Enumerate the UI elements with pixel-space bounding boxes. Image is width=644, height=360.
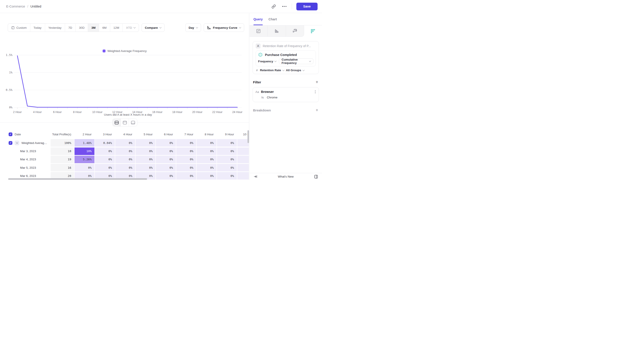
chevron-down-icon <box>309 60 311 62</box>
add-breakdown-button[interactable] <box>316 108 318 112</box>
range-6m[interactable]: 6M <box>99 24 110 32</box>
frequency-type-dropdown[interactable]: Cumulative Frequency <box>279 58 314 64</box>
collapse-panel-icon[interactable] <box>252 174 258 180</box>
range-12m[interactable]: 12M <box>110 24 123 32</box>
filter-card[interactable]: Aa Browser Is Chrome <box>252 87 319 102</box>
calendar-icon <box>11 26 14 30</box>
layout-toggle-group <box>112 118 137 126</box>
cell-value: 0% <box>136 164 156 172</box>
range-today[interactable]: Today <box>30 24 45 32</box>
event-hexagon-icon <box>258 52 263 57</box>
cell-value: 0% <box>115 156 135 163</box>
chart-type-flow[interactable] <box>286 26 304 37</box>
row-label: Weighted Average ... <box>0 139 51 146</box>
filter-operator[interactable]: Is <box>262 96 264 99</box>
event-name: Purchase Completed <box>265 53 297 56</box>
bar-chart-icon <box>274 29 279 34</box>
top-panel-icon <box>123 121 127 124</box>
tab-query[interactable]: Query <box>254 13 263 25</box>
header-hour: 2 Hour <box>74 130 94 138</box>
side-panel-icon[interactable] <box>313 174 319 180</box>
cell-value: 0% <box>176 148 196 155</box>
event-card[interactable]: Purchase Completed Frequency Cumulative … <box>256 50 316 66</box>
breadcrumb: E-Commerce / Untitled <box>6 5 41 8</box>
breakdown-heading: Breakdown <box>253 108 271 112</box>
svg-text:1.5%: 1.5% <box>6 53 12 56</box>
range-xtd[interactable]: XTD <box>123 24 139 32</box>
chart-type-bar[interactable] <box>268 26 286 37</box>
cell-value: 0% <box>115 164 135 172</box>
table-horizontal-scrollbar[interactable] <box>8 178 147 180</box>
query-series-card[interactable]: A Retention Rate of Frequency of P... Pu… <box>252 41 319 74</box>
chevron-down-icon <box>282 69 284 71</box>
chart-area: 1.5%1%0.5%0%2 Hour4 Hour6 Hour8 Hour10 H… <box>0 52 249 114</box>
select-all-checkbox[interactable] <box>8 132 12 136</box>
legend-swatch <box>102 50 106 52</box>
query-panel: Query Chart A Retention Rate of Frequenc… <box>250 13 322 180</box>
cell-value: 0% <box>156 139 176 146</box>
date-range-segmented-control: Custom Today Yesterday 7D 30D 3M 6M 12M … <box>8 24 139 32</box>
add-filter-button[interactable] <box>316 80 318 84</box>
range-7d[interactable]: 7D <box>65 24 76 32</box>
cell-value <box>237 172 249 180</box>
chart-type-retention[interactable] <box>304 26 322 37</box>
row-checkbox[interactable] <box>8 141 12 145</box>
row-date: Mar 5, 2023 <box>0 164 51 172</box>
table-vertical-scrollbar[interactable] <box>248 130 249 143</box>
cell-value: 10% <box>74 148 94 155</box>
breadcrumb-project[interactable]: E-Commerce <box>6 5 25 8</box>
range-30d[interactable]: 30D <box>76 24 88 32</box>
filter-options-icon[interactable] <box>314 90 316 94</box>
measure-dropdown[interactable]: Retention Rate <box>260 68 284 72</box>
filter-value[interactable]: Chrome <box>267 96 278 99</box>
cell-value: 0% <box>156 156 176 163</box>
divider <box>292 4 292 9</box>
cell-value: 0% <box>196 139 216 146</box>
frequency-dropdown[interactable]: Frequency <box>258 60 276 63</box>
filter-property: Browser <box>261 90 312 94</box>
split-view-icon <box>114 121 119 124</box>
compare-button[interactable]: Compare <box>142 24 165 32</box>
cell-value: 0% <box>176 164 196 172</box>
cell-value: 0% <box>196 156 216 163</box>
cell-value: 0% <box>136 156 156 163</box>
frequency-curve-chart: 1.5%1%0.5%0%2 Hour4 Hour6 Hour8 Hour10 H… <box>0 52 249 114</box>
tab-chart[interactable]: Chart <box>268 13 277 25</box>
results-table: Date Total Profile(s) 2 Hour 3 Hour 4 Ho… <box>0 130 249 180</box>
range-3m[interactable]: 3M <box>88 24 99 32</box>
cell-value: 0% <box>217 148 237 155</box>
view-type-button[interactable]: Frequency Curve <box>204 24 244 32</box>
header-hour: 9 Hour <box>217 130 237 138</box>
layout-split-button[interactable] <box>112 119 121 126</box>
more-options-icon[interactable] <box>281 3 287 10</box>
chevron-down-icon <box>160 26 162 28</box>
whats-new-link[interactable]: What's New <box>258 175 313 178</box>
expand-row-button[interactable] <box>14 141 19 145</box>
table-row: Mar 5, 2023 16 0% 0% 0% 0% 0% 0% 0% 0% <box>0 164 249 172</box>
cell-value: 0% <box>156 148 176 155</box>
cell-value: 0% <box>176 139 196 146</box>
copy-link-icon[interactable] <box>270 3 277 10</box>
chevron-down-icon <box>196 26 198 28</box>
chevron-down-icon <box>239 26 241 28</box>
layout-table-only-button[interactable] <box>129 119 137 126</box>
report-title[interactable]: Untitled <box>30 5 41 8</box>
cell-value: 0% <box>196 172 216 180</box>
chart-type-line[interactable] <box>250 26 268 37</box>
series-title: Retention Rate of Frequency of P... <box>263 44 311 48</box>
chart-type-selector <box>250 26 322 37</box>
svg-text:0.5%: 0.5% <box>6 88 12 92</box>
layout-chart-only-button[interactable] <box>121 119 129 126</box>
save-button[interactable]: Save <box>296 3 318 10</box>
range-yesterday[interactable]: Yesterday <box>45 24 65 32</box>
granularity-button[interactable]: Day <box>185 24 201 32</box>
groups-dropdown[interactable]: All Groups <box>286 68 304 72</box>
chevron-down-icon <box>274 60 277 62</box>
string-property-icon: Aa <box>256 90 259 94</box>
cell-value: 0% <box>115 148 135 155</box>
measure-symbol: # <box>256 68 258 72</box>
retention-grid-icon <box>310 29 315 34</box>
range-custom[interactable]: Custom <box>8 24 30 32</box>
cell-value: 0% <box>196 148 216 155</box>
cell-value: 0% <box>136 139 156 146</box>
